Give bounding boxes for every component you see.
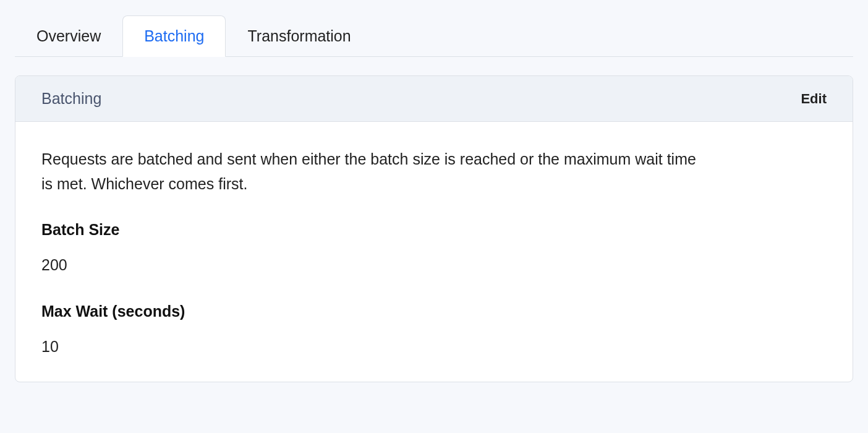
tab-overview[interactable]: Overview <box>15 15 122 57</box>
tab-transformation[interactable]: Transformation <box>226 15 372 57</box>
max-wait-label: Max Wait (seconds) <box>41 302 827 320</box>
card-header: Batching Edit <box>15 76 853 122</box>
max-wait-value: 10 <box>41 338 827 356</box>
card-title: Batching <box>41 90 101 108</box>
batching-card: Batching Edit Requests are batched and s… <box>15 75 853 382</box>
batch-size-value: 200 <box>41 256 827 274</box>
edit-button[interactable]: Edit <box>801 91 827 107</box>
tab-batching[interactable]: Batching <box>122 15 226 57</box>
tab-bar: Overview Batching Transformation <box>15 15 853 57</box>
batch-size-label: Batch Size <box>41 221 827 239</box>
card-body: Requests are batched and sent when eithe… <box>15 122 853 382</box>
batching-description: Requests are batched and sent when eithe… <box>41 147 697 196</box>
